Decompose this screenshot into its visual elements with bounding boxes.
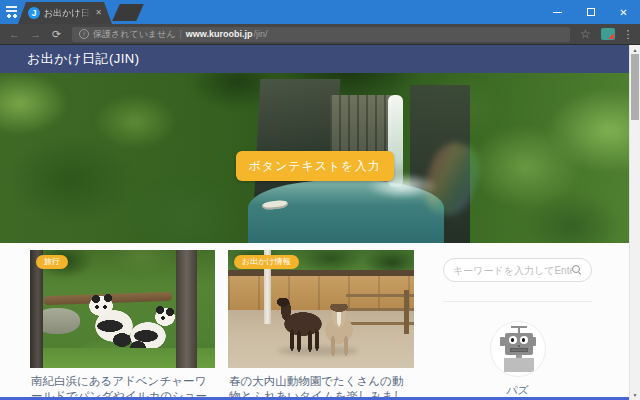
- scrollbar-thumb[interactable]: [631, 54, 639, 120]
- panda-fence-post-right: [176, 250, 197, 368]
- url-host: www.kuroobi.jp: [186, 29, 253, 39]
- search-box[interactable]: [443, 258, 592, 282]
- article-thumbnail-pandas[interactable]: 旅行: [30, 250, 215, 368]
- maximize-button[interactable]: [574, 0, 607, 24]
- profile-name[interactable]: パズ: [443, 383, 592, 398]
- article-card[interactable]: 旅行 南紀白浜にあるアドベンチャーワールドでパンダやイルカのショーを見てき: [30, 250, 215, 400]
- tab-close-icon[interactable]: ✕: [95, 9, 102, 17]
- hero-image: ボタンテキストを入力: [0, 73, 629, 243]
- search-icon[interactable]: [572, 265, 582, 275]
- bookmark-star-icon[interactable]: ☆: [575, 28, 596, 40]
- browser-tab[interactable]: J お出かけ日記(JIN) | Just a ✕: [18, 2, 112, 24]
- url-separator: |: [179, 29, 181, 39]
- category-badge[interactable]: お出かけ情報: [234, 255, 299, 269]
- profile-widget: パズ: [443, 321, 592, 398]
- hero-cta-button[interactable]: ボタンテキストを入力: [236, 151, 394, 181]
- window-controls: ✕: [541, 0, 640, 24]
- browser-window: J お出かけ日記(JIN) | Just a ✕ ✕ ← → ⟳ i 保護されて…: [0, 0, 640, 400]
- minimize-icon: [553, 12, 562, 13]
- category-badge[interactable]: 旅行: [36, 255, 68, 269]
- robot-eye-left: [509, 336, 517, 344]
- robot-mouth: [510, 348, 528, 352]
- extension-icon[interactable]: [601, 28, 615, 40]
- article-thumbnail-ponies[interactable]: お出かけ情報: [228, 250, 414, 368]
- pony-dark: [276, 298, 328, 352]
- page-scrollbar[interactable]: ▲ ▼: [629, 45, 640, 400]
- security-label: 保護されていません: [93, 28, 175, 41]
- forward-button[interactable]: →: [25, 29, 46, 40]
- address-bar[interactable]: i 保護されていません | www.kuroobi.jp /jin/: [72, 27, 570, 42]
- scroll-down-arrow[interactable]: ▼: [630, 392, 640, 398]
- scroll-up-arrow[interactable]: ▲: [630, 47, 640, 53]
- site-favicon-icon: J: [28, 7, 40, 19]
- minimize-button[interactable]: [541, 0, 574, 24]
- site-title[interactable]: お出かけ日記(JIN): [27, 50, 140, 68]
- back-button[interactable]: ←: [4, 29, 25, 40]
- robot-ear-left: [500, 337, 505, 346]
- robot-head: [505, 333, 533, 355]
- site-header: お出かけ日記(JIN): [0, 45, 629, 73]
- robot-torso: [504, 358, 534, 372]
- pony-fence-post: [404, 290, 409, 334]
- reload-button[interactable]: ⟳: [46, 29, 67, 40]
- tab-title: お出かけ日記(JIN) | Just a: [44, 7, 91, 20]
- maximize-icon: [587, 8, 595, 16]
- info-icon[interactable]: i: [79, 29, 89, 39]
- robot-nose: [518, 345, 520, 347]
- url-path: /jin/: [254, 29, 268, 39]
- robot-eye-right: [520, 336, 528, 344]
- robot-avatar[interactable]: [490, 321, 546, 377]
- pony-tan: [322, 304, 360, 356]
- sidebar-divider: [443, 301, 592, 302]
- close-window-button[interactable]: ✕: [607, 0, 640, 24]
- browser-titlebar: J お出かけ日記(JIN) | Just a ✕ ✕: [0, 0, 640, 24]
- extension-arrow-icon: [608, 33, 614, 39]
- article-card[interactable]: お出かけ情報 春の大内山動物園でたくさんの動物とふれあいタイムを楽しみました: [228, 250, 414, 400]
- page-viewport: お出かけ日記(JIN) ボタンテキストを入力: [0, 45, 640, 400]
- search-input[interactable]: [453, 265, 572, 276]
- window-icon: [5, 5, 19, 19]
- browser-toolbar: ← → ⟳ i 保護されていません | www.kuroobi.jp /jin/…: [0, 24, 640, 45]
- menu-icon[interactable]: ⋮: [620, 28, 636, 41]
- new-tab-button[interactable]: [112, 4, 144, 21]
